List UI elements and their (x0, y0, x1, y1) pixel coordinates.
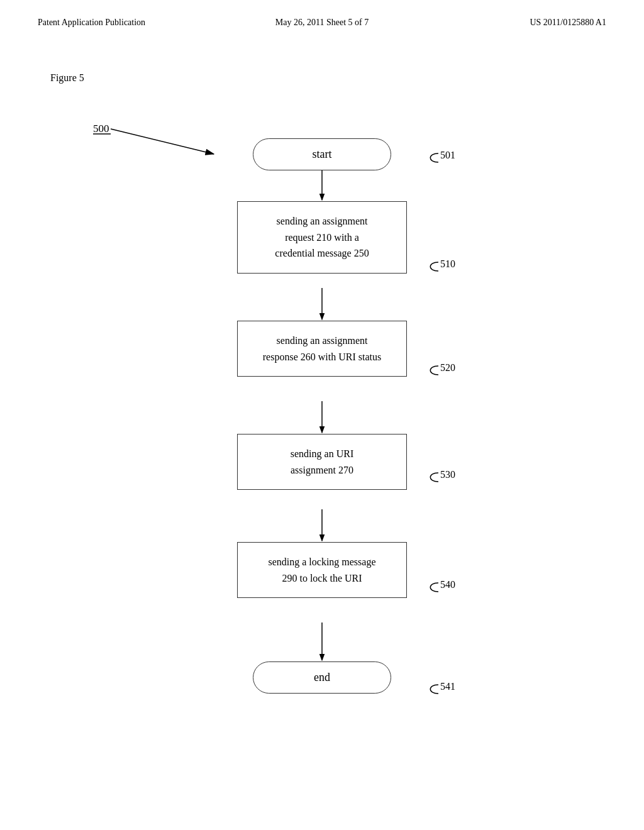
diagram-id-label: 500 (93, 123, 109, 135)
step-520-box: sending an assignmentresponse 260 with U… (237, 321, 407, 377)
start-box: start (253, 138, 391, 170)
figure-label: Figure 5 (50, 72, 84, 84)
svg-text:541: 541 (440, 681, 455, 692)
page-header: Patent Application Publication May 26, 2… (0, 0, 644, 28)
header-right: US 2011/0125880 A1 (417, 18, 606, 28)
end-box: end (253, 661, 391, 694)
step-530-box: sending an URIassignment 270 (237, 434, 407, 490)
svg-text:540: 540 (440, 579, 455, 590)
diagram-svg: 500 501 510 520 530 540 541 (0, 0, 644, 830)
svg-text:501: 501 (440, 150, 455, 160)
header-left: Patent Application Publication (38, 18, 227, 28)
svg-text:510: 510 (440, 258, 455, 269)
header-center: May 26, 2011 Sheet 5 of 7 (227, 18, 416, 28)
svg-text:530: 530 (440, 469, 455, 480)
svg-text:520: 520 (440, 362, 455, 373)
step-510-box: sending an assignmentrequest 210 with ac… (237, 201, 407, 274)
svg-line-1 (111, 129, 214, 154)
step-540-box: sending a locking message290 to lock the… (237, 542, 407, 598)
